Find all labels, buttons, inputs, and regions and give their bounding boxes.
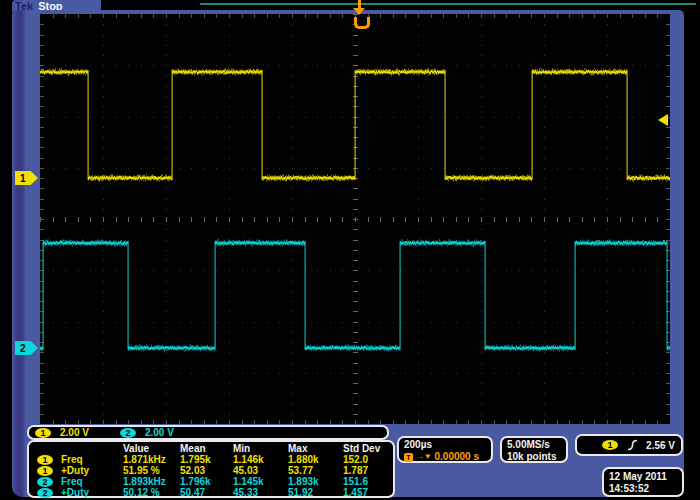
meas-std: 152.0 (343, 454, 393, 465)
meas-std: 151.6 (343, 476, 393, 487)
meas-max: 51.92 (288, 487, 343, 498)
expansion-point-icon (354, 17, 370, 29)
table-row: 1 +Duty 51.95 % 52.03 45.03 53.77 1.787 (29, 465, 393, 476)
meas-min: 45.03 (233, 465, 288, 476)
meas-mean: 1.795k (180, 454, 233, 465)
datetime-readout: 12 May 2011 14:53:52 (602, 467, 684, 497)
meas-min: 1.145k (233, 476, 288, 487)
time-value: 14:53:52 (609, 483, 677, 495)
trigger-level-value: 2.56 V (646, 440, 675, 451)
ch2-badge: 2 (120, 428, 136, 438)
record-view-bar (200, 3, 696, 5)
meas-mean: 1.796k (180, 476, 233, 487)
graticule (40, 14, 670, 424)
measurement-header-row: Value Mean Min Max Std Dev (29, 443, 393, 454)
meas-std: 1.787 (343, 465, 393, 476)
meas-value: 51.95 % (123, 465, 180, 476)
col-value: Value (123, 443, 180, 454)
col-min: Min (233, 443, 288, 454)
ch2-badge: 2 (37, 488, 53, 498)
meas-min: 45.33 (233, 487, 288, 498)
meas-std: 1.457 (343, 487, 393, 498)
trigger-delay-icon: T (404, 453, 413, 462)
meas-name: +Duty (61, 465, 123, 476)
ch1-badge: 1 (37, 466, 53, 476)
acquisition-readout: 5.00MS/s 10k points (500, 436, 568, 463)
meas-value: 1.871kHz (123, 454, 180, 465)
trigger-level-arrow-icon (658, 114, 668, 126)
oscilloscope-screen: Tek Stop 1 2 1 2.00 V 2 2.00 V Value Mea… (0, 0, 700, 500)
trigger-position-arrow-icon (353, 8, 365, 15)
ch2-scale: 2.00 V (145, 427, 174, 438)
channel-scale-readout: 1 2.00 V 2 2.00 V (27, 425, 389, 440)
meas-max: 53.77 (288, 465, 343, 476)
meas-min: 1.146k (233, 454, 288, 465)
table-row: 1 Freq 1.871kHz 1.795k 1.146k 1.880k 152… (29, 454, 393, 465)
sample-rate: 5.00MS/s (507, 439, 561, 451)
meas-mean: 50.47 (180, 487, 233, 498)
meas-max: 1.893k (288, 476, 343, 487)
trigger-readout: 1 2.56 V (575, 434, 683, 456)
ch1-scale: 2.00 V (60, 427, 89, 438)
ch1-badge: 1 (37, 455, 53, 465)
meas-value: 1.893kHz (123, 476, 180, 487)
meas-name: Freq (61, 454, 123, 465)
meas-value: 50.12 % (123, 487, 180, 498)
measurement-table: Value Mean Min Max Std Dev 1 Freq 1.871k… (27, 440, 395, 498)
ch1-badge: 1 (35, 428, 51, 438)
date-value: 12 May 2011 (609, 471, 677, 483)
table-row: 2 +Duty 50.12 % 50.47 45.33 51.92 1.457 (29, 487, 393, 498)
meas-name: Freq (61, 476, 123, 487)
col-mean: Mean (180, 443, 233, 454)
record-length: 10k points (507, 451, 561, 463)
col-max: Max (288, 443, 343, 454)
meas-mean: 52.03 (180, 465, 233, 476)
trigger-delay-value: 0.00000 s (434, 451, 479, 462)
table-row: 2 Freq 1.893kHz 1.796k 1.145k 1.893k 151… (29, 476, 393, 487)
meas-name: +Duty (61, 487, 123, 498)
timebase-value: 200µs (404, 439, 486, 451)
ch2-badge: 2 (37, 477, 53, 487)
waveform-canvas (40, 14, 670, 424)
delay-arrows-icon: →▼ (416, 452, 432, 461)
trigger-source-badge: 1 (602, 440, 618, 450)
horizontal-readout: 200µs T →▼ 0.00000 s (397, 436, 493, 463)
rising-edge-icon (626, 439, 638, 451)
col-stddev: Std Dev (343, 443, 393, 454)
meas-max: 1.880k (288, 454, 343, 465)
